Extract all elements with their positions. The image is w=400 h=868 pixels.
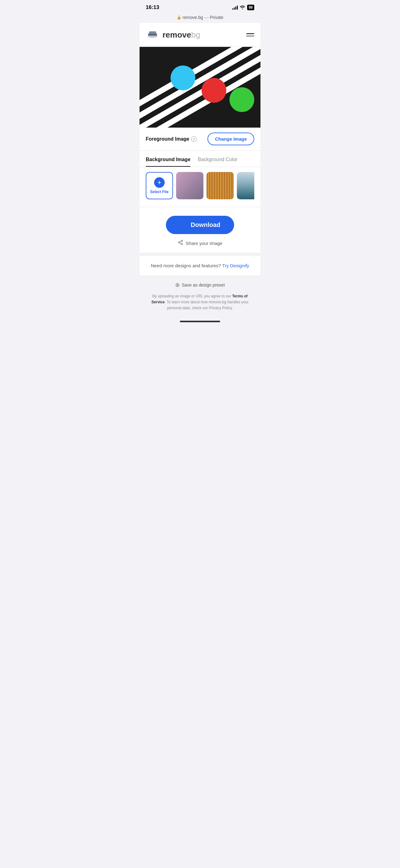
save-preset-label: Save as design preset (182, 282, 225, 287)
logo-icon (146, 28, 159, 41)
home-bar (180, 321, 220, 322)
terms-text: By uploading an image or URL you agree t… (146, 293, 254, 311)
wifi-icon (240, 5, 245, 10)
bg-preset-2[interactable] (206, 172, 234, 199)
tab-background-image[interactable]: Background Image (146, 157, 190, 167)
share-link[interactable]: Share your image (178, 240, 222, 247)
tabs: Background Image Background Color (146, 157, 254, 167)
download-section: Download Share your image (139, 207, 261, 253)
background-options: + Select File (139, 167, 261, 207)
privacy-text: Private (210, 15, 224, 20)
select-file-label: Select File (150, 190, 168, 194)
circle-red (202, 78, 226, 103)
svg-line-6 (179, 243, 181, 244)
plus-icon: + (154, 177, 165, 188)
foreground-label: Foreground Image i (146, 136, 197, 142)
designify-text: Need more designs and features? Try Desi… (146, 263, 254, 268)
status-time: 16:13 (146, 4, 159, 10)
select-file-button[interactable]: + Select File (146, 172, 173, 199)
hamburger-menu[interactable] (246, 33, 254, 36)
battery-icon: 98 (247, 5, 254, 10)
main-image (139, 47, 261, 128)
browser-bar: 🔒 remove.bg — Private (139, 13, 261, 23)
browser-url: 🔒 remove.bg — Private (144, 15, 256, 20)
lock-icon: 🔒 (177, 15, 181, 20)
designify-link[interactable]: Try Designify (222, 263, 249, 268)
hamburger-line-1 (246, 33, 254, 34)
designify-section: Need more designs and features? Try Desi… (139, 255, 261, 276)
share-label: Share your image (186, 241, 222, 246)
signal-icon (232, 5, 238, 10)
circle-blue (171, 65, 195, 90)
svg-line-7 (179, 241, 181, 242)
logo-text: removebg (163, 30, 200, 40)
logo[interactable]: removebg (146, 28, 200, 41)
plus-circle-icon: ⊕ (175, 282, 180, 288)
home-indicator (139, 317, 261, 327)
footer: ⊕ Save as design preset By uploading an … (139, 276, 261, 317)
save-preset[interactable]: ⊕ Save as design preset (175, 282, 225, 288)
info-icon[interactable]: i (191, 136, 197, 142)
change-image-button[interactable]: Change Image (207, 132, 254, 145)
url-text: remove.bg (182, 15, 203, 20)
hamburger-line-2 (246, 36, 254, 37)
circle-green (229, 87, 254, 112)
bg-preset-1[interactable] (176, 172, 203, 199)
tab-background-color[interactable]: Background Color (198, 157, 237, 167)
share-icon (178, 240, 183, 247)
header: removebg (139, 23, 261, 47)
download-button[interactable]: Download (166, 216, 234, 234)
url-dash: — (204, 15, 209, 20)
svg-rect-2 (149, 31, 156, 34)
status-bar: 16:13 98 (139, 0, 261, 13)
bg-preset-3[interactable] (237, 172, 254, 199)
background-grid: + Select File (146, 172, 254, 199)
status-icons: 98 (232, 5, 254, 10)
tabs-section: Background Image Background Color (139, 151, 261, 167)
foreground-label-text: Foreground Image (146, 136, 189, 142)
foreground-section: Foreground Image i Change Image (139, 128, 261, 151)
